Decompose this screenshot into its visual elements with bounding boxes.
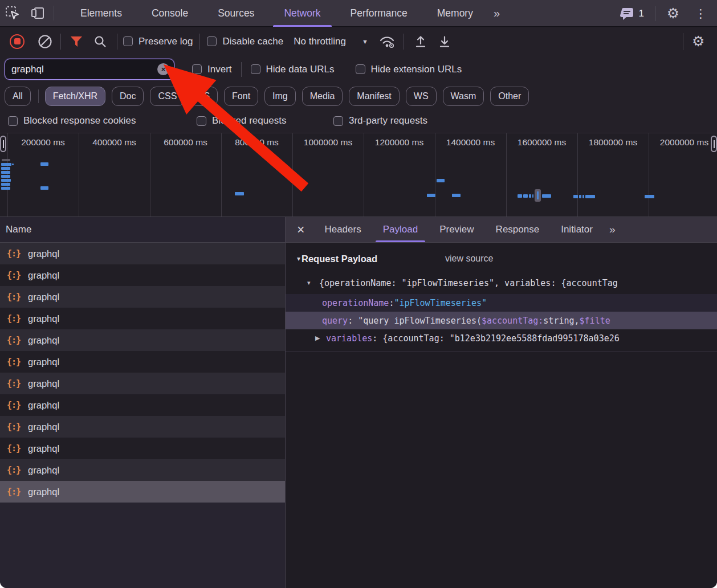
request-row[interactable]: {:}graphql bbox=[0, 438, 285, 459]
checkbox[interactable] bbox=[197, 116, 206, 126]
network-toolbar: Preserve log Disable cache No throttling… bbox=[0, 27, 717, 55]
payload-token: operationName bbox=[322, 298, 389, 308]
waterfall-bar bbox=[1, 179, 11, 182]
network-filter-input[interactable] bbox=[5, 59, 174, 80]
tab-memory[interactable]: Memory bbox=[422, 0, 488, 27]
filter-chip-other[interactable]: Other bbox=[490, 87, 529, 106]
tree-expander-icon[interactable]: ▶ bbox=[315, 334, 320, 342]
main-tab-strip: ElementsConsoleSourcesNetworkPerformance… bbox=[66, 0, 504, 27]
disable-cache-checkbox[interactable] bbox=[207, 36, 217, 46]
filter-chip-font[interactable]: Font bbox=[224, 87, 258, 106]
payload-row: query: "query ipFlowTimeseries($accountT… bbox=[286, 312, 717, 329]
section-title: Request Payload bbox=[302, 254, 377, 264]
waterfall-bar bbox=[582, 195, 584, 198]
name-column-header[interactable]: Name bbox=[0, 217, 285, 243]
tab-network[interactable]: Network bbox=[269, 0, 335, 27]
json-request-icon: {:} bbox=[7, 400, 21, 410]
payload-token: {operationName: "ipFlowTimeseries", vari… bbox=[319, 278, 618, 288]
filter-chip-all[interactable]: All bbox=[5, 87, 31, 106]
hide-data-urls-label: Hide data URLs bbox=[266, 64, 335, 75]
tree-expander-icon[interactable]: ▾ bbox=[307, 279, 311, 287]
inspect-element-icon[interactable] bbox=[0, 0, 25, 27]
request-row[interactable]: {:}graphql bbox=[0, 481, 285, 503]
request-row[interactable]: {:}graphql bbox=[0, 243, 285, 264]
request-row[interactable]: {:}graphql bbox=[0, 459, 285, 481]
settings-gear-icon[interactable]: ⚙ bbox=[659, 0, 687, 27]
request-row[interactable]: {:}graphql bbox=[0, 394, 285, 416]
search-icon[interactable] bbox=[88, 27, 112, 55]
request-row[interactable]: {:}graphql bbox=[0, 264, 285, 286]
details-tab-payload[interactable]: Payload bbox=[372, 217, 429, 242]
request-row[interactable]: {:}graphql bbox=[0, 329, 285, 351]
tab-sources[interactable]: Sources bbox=[203, 0, 269, 27]
filter-chip-ws[interactable]: WS bbox=[406, 87, 437, 106]
filter-chip-fetch-xhr[interactable]: Fetch/XHR bbox=[45, 87, 105, 106]
request-row[interactable]: {:}graphql bbox=[0, 373, 285, 394]
checkbox[interactable] bbox=[333, 116, 343, 126]
issues-count-badge[interactable]: 1 bbox=[639, 8, 644, 19]
checkbox[interactable] bbox=[8, 116, 18, 126]
throttling-value: No throttling bbox=[294, 36, 346, 47]
request-name: graphql bbox=[28, 443, 59, 454]
filter-chip-css[interactable]: CSS bbox=[150, 87, 185, 106]
section-expander-icon[interactable]: ▾ bbox=[297, 255, 300, 263]
timeline-tick-label: 1200000 ms bbox=[364, 137, 435, 148]
hide-extension-urls-checkbox[interactable] bbox=[356, 64, 365, 74]
chip-divider bbox=[38, 89, 39, 103]
details-tab-initiator[interactable]: Initiator bbox=[550, 217, 604, 242]
more-details-tabs-icon[interactable]: » bbox=[604, 217, 620, 242]
network-conditions-icon[interactable] bbox=[375, 27, 399, 55]
payload-token: : "query ipFlowTimeseries( bbox=[348, 316, 482, 326]
hide-data-urls-checkbox[interactable] bbox=[251, 64, 260, 74]
devtools-window: ElementsConsoleSourcesNetworkPerformance… bbox=[0, 0, 717, 588]
throttling-dropdown[interactable]: No throttling ▼ bbox=[294, 36, 368, 47]
record-network-log-button[interactable] bbox=[10, 34, 25, 49]
timeline-tick-label: 2000000 ms bbox=[649, 137, 717, 148]
tab-console[interactable]: Console bbox=[137, 0, 203, 27]
timeline-tick-label: 600000 ms bbox=[150, 137, 221, 148]
timeline-tick-label: 1400000 ms bbox=[435, 137, 506, 148]
overview-right-handle[interactable] bbox=[711, 136, 717, 152]
filter-funnel-icon[interactable] bbox=[64, 27, 88, 55]
request-row[interactable]: {:}graphql bbox=[0, 286, 285, 308]
clear-network-log-icon[interactable] bbox=[33, 27, 57, 55]
filter-chip-doc[interactable]: Doc bbox=[112, 87, 144, 106]
hide-data-urls-toggle: Hide data URLs bbox=[251, 64, 335, 75]
export-har-icon[interactable] bbox=[433, 27, 457, 55]
filter-chip-js[interactable]: JS bbox=[191, 87, 218, 106]
details-tab-headers[interactable]: Headers bbox=[313, 217, 372, 242]
request-payload-section[interactable]: ▾ Request Payload view source bbox=[286, 250, 717, 268]
toolbar-divider bbox=[241, 62, 242, 77]
json-request-icon: {:} bbox=[7, 378, 21, 389]
details-tab-preview[interactable]: Preview bbox=[429, 217, 484, 242]
network-settings-gear-icon[interactable]: ⚙ bbox=[692, 34, 704, 48]
more-options-menu-icon[interactable]: ⋮ bbox=[687, 7, 717, 21]
request-row[interactable]: {:}graphql bbox=[0, 308, 285, 329]
device-toolbar-icon[interactable] bbox=[25, 0, 50, 27]
filter-chip-media[interactable]: Media bbox=[302, 87, 343, 106]
timeline-tick-label: 400000 ms bbox=[79, 137, 150, 148]
issues-message-icon[interactable] bbox=[618, 0, 635, 27]
preserve-log-checkbox[interactable] bbox=[123, 36, 133, 46]
request-row[interactable]: {:}graphql bbox=[0, 416, 285, 438]
view-source-link[interactable]: view source bbox=[445, 254, 493, 264]
payload-token: $accountTag: bbox=[482, 316, 543, 326]
toolbar-divider bbox=[60, 34, 61, 50]
clear-filter-icon[interactable]: × bbox=[157, 63, 169, 75]
import-har-icon[interactable] bbox=[409, 27, 433, 55]
tab-performance[interactable]: Performance bbox=[336, 0, 422, 27]
close-details-icon[interactable]: × bbox=[286, 217, 313, 242]
filter-chip-img[interactable]: Img bbox=[264, 87, 296, 106]
overview-left-handle[interactable] bbox=[0, 136, 6, 152]
more-tabs-icon[interactable]: » bbox=[488, 7, 504, 20]
network-filter-bar: × Invert Hide data URLs Hide extension U… bbox=[0, 55, 717, 83]
details-tab-response[interactable]: Response bbox=[485, 217, 551, 242]
json-request-icon: {:} bbox=[7, 443, 21, 454]
request-row[interactable]: {:}graphql bbox=[0, 351, 285, 373]
filter-chip-wasm[interactable]: Wasm bbox=[443, 87, 484, 106]
tab-elements[interactable]: Elements bbox=[66, 0, 137, 27]
filter-chip-manifest[interactable]: Manifest bbox=[349, 87, 399, 106]
waterfall-bar bbox=[1, 167, 10, 170]
invert-checkbox[interactable] bbox=[192, 64, 202, 74]
request-name: graphql bbox=[28, 313, 59, 324]
